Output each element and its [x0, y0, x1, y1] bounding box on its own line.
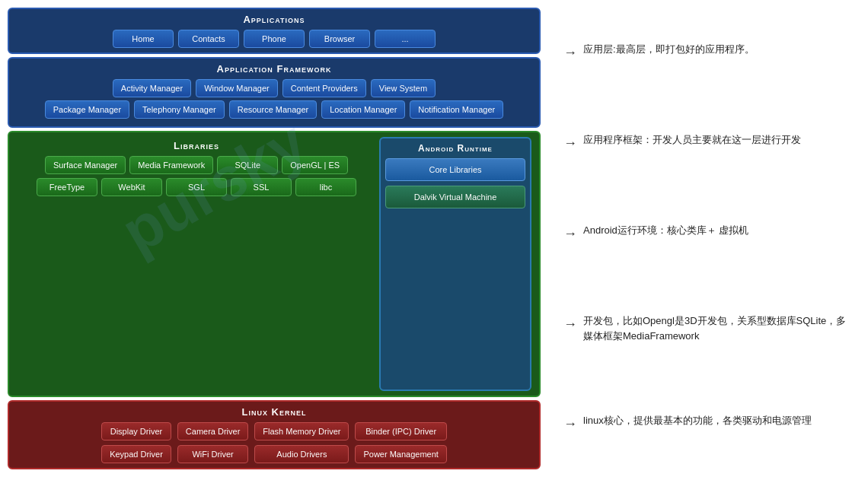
btn-binder-driver[interactable]: Binder (IPC) Driver: [355, 422, 446, 440]
layer-kernel: Linux Kernel Display Driver Keypad Drive…: [8, 400, 541, 469]
btn-notification-manager[interactable]: Notification Manager: [410, 100, 503, 119]
kernel-title: Linux Kernel: [17, 406, 531, 418]
applications-buttons: Home Contacts Phone Browser ...: [17, 30, 531, 48]
kernel-col4: Binder (IPC) Driver Power Management: [355, 422, 446, 463]
libraries-title: Libraries: [20, 140, 373, 151]
btn-telephony-manager[interactable]: Telephony Manager: [134, 100, 225, 119]
layer-applications: Applications Home Contacts Phone Browser…: [8, 8, 541, 54]
btn-content-providers[interactable]: Content Providers: [282, 79, 366, 97]
libraries-buttons: Surface Manager Media Framework SQLite O…: [20, 156, 373, 196]
btn-package-manager[interactable]: Package Manager: [45, 100, 129, 119]
btn-libc[interactable]: libc: [295, 178, 356, 196]
btn-power-management[interactable]: Power Management: [355, 445, 446, 463]
btn-home[interactable]: Home: [113, 30, 174, 48]
arrow-kernel-icon: →: [563, 413, 577, 435]
btn-keypad-driver[interactable]: Keypad Driver: [101, 445, 171, 463]
diagram-area: Applications Home Contacts Phone Browser…: [0, 0, 548, 477]
btn-media-framework[interactable]: Media Framework: [129, 156, 213, 174]
annotations-area: → 应用层:最高层，即打包好的应用程序。 → 应用程序框架：开发人员主要就在这一…: [548, 0, 868, 477]
btn-resource-manager[interactable]: Resource Manager: [229, 100, 318, 119]
annotation-runtime: → Android运行环境：核心类库＋ 虚拟机: [563, 223, 853, 245]
annotation-apps: → 应用层:最高层，即打包好的应用程序。: [563, 42, 853, 64]
arrow-apps-icon: →: [563, 42, 577, 64]
runtime-dalvik: Dalvik Virtual Machine: [385, 186, 525, 208]
annotation-libraries: → 开发包，比如Opengl是3D开发包，关系型数据库SQLite，多媒体框架M…: [563, 313, 853, 345]
layer-libraries: Libraries Surface Manager Media Framewor…: [17, 137, 376, 391]
framework-title: Application Framework: [17, 63, 531, 75]
btn-surface-manager[interactable]: Surface Manager: [45, 156, 126, 174]
btn-wifi-driver[interactable]: WiFi Driver: [177, 445, 249, 463]
kernel-col3: Flash Memory Driver Audio Drivers: [254, 422, 349, 463]
btn-webkit[interactable]: WebKit: [101, 178, 162, 196]
btn-more[interactable]: ...: [375, 30, 436, 48]
btn-activity-manager[interactable]: Activity Manager: [113, 79, 191, 97]
btn-phone[interactable]: Phone: [244, 30, 305, 48]
btn-browser[interactable]: Browser: [309, 30, 370, 48]
kernel-col1: Display Driver Keypad Driver: [101, 422, 171, 463]
annotation-kernel: → linux核心，提供最基本的功能，各类驱动和电源管理: [563, 413, 853, 435]
runtime-core: Core Libraries: [385, 158, 525, 181]
btn-contacts[interactable]: Contacts: [178, 30, 239, 48]
btn-camera-driver[interactable]: Camera Driver: [177, 422, 249, 440]
annotation-framework: → 应用程序框架：开发人员主要就在这一层进行开发: [563, 132, 853, 154]
layer-framework: Application Framework Activity Manager W…: [8, 57, 541, 128]
btn-window-manager[interactable]: Window Manager: [196, 79, 278, 97]
btn-location-manager[interactable]: Location Manager: [321, 100, 405, 119]
kernel-buttons: Display Driver Keypad Driver Camera Driv…: [17, 422, 531, 463]
layer-runtime: Android Runtime Core Libraries Dalvik Vi…: [379, 137, 531, 391]
btn-sqlite[interactable]: SQLite: [217, 156, 278, 174]
arrow-framework-icon: →: [563, 132, 577, 154]
framework-row2: Package Manager Telephony Manager Resour…: [17, 100, 531, 119]
btn-freetype[interactable]: FreeType: [37, 178, 97, 196]
btn-display-driver[interactable]: Display Driver: [101, 422, 171, 440]
btn-audio-drivers[interactable]: Audio Drivers: [254, 445, 349, 463]
btn-view-system[interactable]: View System: [371, 79, 436, 97]
btn-opengl[interactable]: OpenGL | ES: [282, 156, 348, 174]
btn-flash-memory-driver[interactable]: Flash Memory Driver: [254, 422, 349, 440]
framework-row1: Activity Manager Window Manager Content …: [17, 79, 531, 97]
arrow-libraries-icon: →: [563, 313, 577, 335]
kernel-col2: Camera Driver WiFi Driver: [177, 422, 249, 463]
layer-libs-runtime: Libraries Surface Manager Media Framewor…: [8, 131, 541, 397]
arrow-runtime-icon: →: [563, 223, 577, 245]
runtime-title: Android Runtime: [385, 143, 525, 154]
btn-ssl[interactable]: SSL: [231, 178, 292, 196]
btn-sgl[interactable]: SGL: [166, 178, 227, 196]
applications-title: Applications: [17, 14, 531, 25]
